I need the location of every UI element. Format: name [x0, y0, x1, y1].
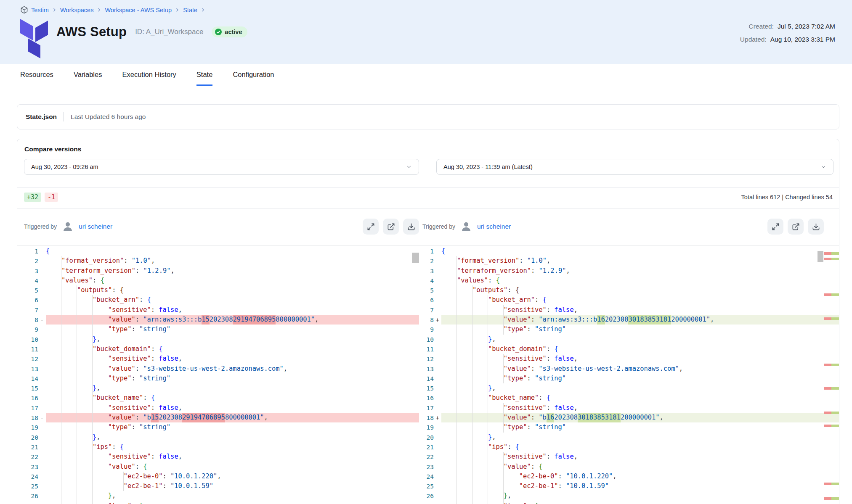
chevron-right-icon: [175, 7, 180, 13]
line-number: 13: [422, 364, 434, 374]
code-line-content: "type": "string": [46, 422, 419, 432]
indent-guides: [441, 413, 504, 422]
code-line-content: "bucket_arn": {: [46, 295, 419, 305]
diff-marker: [434, 285, 441, 295]
indent-guides: [46, 285, 77, 295]
line-number: 20: [422, 433, 434, 442]
indent-guides: [46, 295, 93, 305]
tab-variables[interactable]: Variables: [74, 64, 102, 86]
line-number: 3: [24, 266, 38, 276]
indent-guides: [46, 413, 108, 422]
code-line-content: "format_version": "1.0",: [441, 256, 839, 266]
code-line: 23"value": {: [24, 462, 419, 472]
diff-marker: [38, 266, 46, 276]
code-line: 6"bucket_arn": {: [422, 295, 839, 305]
breadcrumb-link[interactable]: Workspace - AWS Setup: [105, 7, 172, 13]
status-badge-label: active: [225, 29, 242, 35]
diff-marker: [38, 364, 46, 374]
code-line-content: "type": "string": [46, 325, 419, 334]
code-line: 14"type": "string": [24, 374, 419, 383]
triggered-by-user-link[interactable]: uri scheiner: [79, 223, 112, 230]
diff-marker: [434, 403, 441, 413]
divider: [17, 187, 839, 188]
tab-state[interactable]: State: [196, 64, 213, 86]
indent-guides: [441, 354, 504, 364]
code-line: 19"type": "string": [24, 422, 419, 432]
code-line: 9"type": "string": [422, 325, 839, 334]
tab-execution-history[interactable]: Execution History: [122, 64, 176, 86]
workspace-state-page: TestimWorkspacesWorkspace - AWS SetupSta…: [0, 0, 852, 504]
expand-button[interactable]: [767, 219, 783, 235]
code-line-content: "type": "string": [46, 374, 419, 383]
code-line: 3"terraform_version": "1.2.9",: [422, 266, 839, 276]
diff-marker: [434, 452, 441, 462]
version-select-right[interactable]: Aug 30, 2023 - 11:39 am (Latest): [436, 159, 833, 175]
indent-guides: [46, 374, 108, 383]
diff-marker: [38, 325, 46, 334]
code-line-content: "sensitive": false,: [46, 452, 419, 462]
indent-guides: [46, 325, 108, 334]
code-line: 20},: [24, 433, 419, 442]
diff-marker: [38, 462, 46, 472]
code-line-content: "ec2-be-1": "10.0.1.59": [46, 481, 419, 491]
updated-value: Aug 10, 2023 3:31 PM: [770, 36, 835, 43]
line-number: 26: [24, 491, 38, 501]
code-line: 14"type": "string": [422, 374, 839, 383]
breadcrumb-link[interactable]: State: [183, 7, 197, 13]
breadcrumb-link[interactable]: Workspaces: [60, 7, 94, 13]
code-line: 19"type": "string": [422, 422, 839, 432]
indent-guides: [441, 403, 504, 413]
line-number: 24: [24, 472, 38, 481]
code-line-content: "bucket_name": {: [441, 393, 839, 403]
diff-overview-ruler[interactable]: [824, 246, 839, 504]
line-number: 27: [422, 501, 434, 504]
indent-guides: [441, 344, 488, 354]
updated-label: Updated:: [740, 36, 767, 43]
diff-marker: [38, 422, 46, 432]
open-external-button[interactable]: [788, 219, 804, 235]
indent-guides: [46, 315, 108, 325]
check-circle-icon: [215, 29, 222, 35]
diff-marker: [38, 285, 46, 295]
code-line: 17"sensitive": false,: [422, 403, 839, 413]
diff-marker: [434, 472, 441, 481]
line-number: 4: [24, 276, 38, 285]
created-label: Created:: [749, 23, 774, 30]
code-line-content: "values": {: [46, 276, 419, 285]
diff-marker: [38, 491, 46, 501]
version-select-left[interactable]: Aug 30, 2023 - 09:26 am: [24, 159, 419, 175]
line-number: 8: [422, 315, 434, 325]
download-button[interactable]: [403, 219, 419, 235]
indent-guides: [441, 393, 488, 403]
diff-marker: [38, 295, 46, 305]
code-line: 16"bucket_name": {: [24, 393, 419, 403]
tab-resources[interactable]: Resources: [20, 64, 53, 86]
code-line-content: "sensitive": false,: [441, 403, 839, 413]
code-line-content: },: [441, 335, 839, 344]
code-line: 3"terraform_version": "1.2.9",: [24, 266, 419, 276]
code-line: 7"sensitive": false,: [24, 305, 419, 315]
open-external-button[interactable]: [383, 219, 399, 235]
diff-marker: [434, 374, 441, 383]
breadcrumb-items: TestimWorkspacesWorkspace - AWS SetupSta…: [31, 7, 206, 13]
triggered-by-user-link[interactable]: uri scheiner: [477, 223, 511, 230]
diff-marker: +: [434, 413, 441, 422]
diff-ruler-mark: [824, 317, 839, 320]
code-panel-left[interactable]: 1{2"format_version": "1.0",3"terraform_v…: [24, 246, 419, 504]
code-line: 9"type": "string": [24, 325, 419, 334]
diff-marker: [38, 442, 46, 452]
code-line-content: "bucket_domain": {: [46, 344, 419, 354]
expand-button[interactable]: [363, 219, 379, 235]
scrollbar-thumb[interactable]: [817, 251, 823, 262]
page-header: TestimWorkspacesWorkspace - AWS SetupSta…: [0, 0, 852, 64]
scrollbar-thumb[interactable]: [412, 253, 419, 263]
code-line: 11"bucket_domain": {: [422, 344, 839, 354]
code-line-content: "ips": {: [441, 442, 839, 452]
code-panel-right[interactable]: 1{2"format_version": "1.0",3"terraform_v…: [422, 246, 839, 504]
tab-configuration[interactable]: Configuration: [233, 64, 274, 86]
breadcrumb-link[interactable]: Testim: [31, 7, 49, 13]
diff-totals: Total lines 612 | Changed lines 54: [741, 194, 833, 201]
download-button[interactable]: [808, 219, 824, 235]
divider: [64, 112, 64, 121]
diff-marker: [434, 393, 441, 403]
